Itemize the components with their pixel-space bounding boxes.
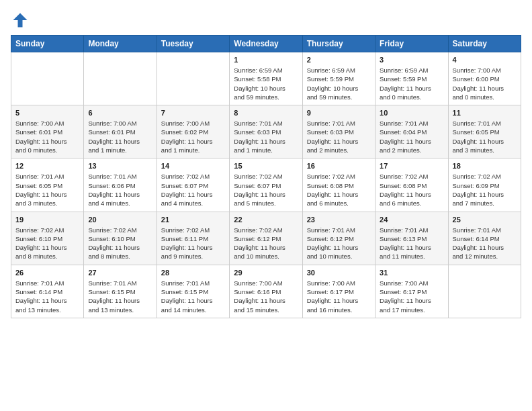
calendar-cell: 12Sunrise: 7:01 AM Sunset: 6:05 PM Dayli… [11, 158, 84, 212]
calendar-week-row: 26Sunrise: 7:01 AM Sunset: 6:14 PM Dayli… [11, 265, 521, 318]
day-info: Sunrise: 7:00 AM Sunset: 6:01 PM Dayligh… [15, 119, 79, 154]
day-info: Sunrise: 6:59 AM Sunset: 5:59 PM Dayligh… [380, 66, 443, 101]
day-number: 6 [88, 109, 152, 117]
calendar-cell: 2Sunrise: 6:59 AM Sunset: 5:59 PM Daylig… [302, 52, 375, 105]
calendar-cell: 1Sunrise: 6:59 AM Sunset: 5:58 PM Daylig… [230, 52, 302, 105]
calendar-week-row: 5Sunrise: 7:00 AM Sunset: 6:01 PM Daylig… [11, 105, 521, 158]
day-info: Sunrise: 7:02 AM Sunset: 6:12 PM Dayligh… [234, 226, 298, 261]
day-number: 31 [380, 269, 443, 277]
day-number: 12 [15, 162, 79, 170]
day-info: Sunrise: 7:00 AM Sunset: 6:01 PM Dayligh… [88, 119, 152, 154]
calendar-cell: 5Sunrise: 7:00 AM Sunset: 6:01 PM Daylig… [11, 105, 84, 158]
svg-marker-0 [13, 13, 28, 28]
day-info: Sunrise: 6:59 AM Sunset: 5:59 PM Dayligh… [307, 66, 371, 101]
day-info: Sunrise: 7:02 AM Sunset: 6:11 PM Dayligh… [161, 226, 225, 261]
calendar-cell: 19Sunrise: 7:02 AM Sunset: 6:10 PM Dayli… [11, 212, 84, 265]
day-of-week-header: Friday [375, 36, 448, 52]
day-number: 11 [453, 109, 517, 117]
day-info: Sunrise: 7:01 AM Sunset: 6:15 PM Dayligh… [161, 279, 225, 314]
calendar-cell: 26Sunrise: 7:01 AM Sunset: 6:14 PM Dayli… [11, 265, 84, 318]
calendar-cell: 17Sunrise: 7:02 AM Sunset: 6:08 PM Dayli… [375, 158, 448, 212]
calendar-cell: 23Sunrise: 7:01 AM Sunset: 6:12 PM Dayli… [302, 212, 375, 265]
logo [11, 11, 32, 30]
calendar-cell: 11Sunrise: 7:01 AM Sunset: 6:05 PM Dayli… [448, 105, 521, 158]
day-info: Sunrise: 7:01 AM Sunset: 6:03 PM Dayligh… [307, 119, 371, 154]
day-number: 9 [307, 109, 371, 117]
calendar-cell [448, 265, 521, 318]
calendar-cell [157, 52, 229, 105]
day-info: Sunrise: 6:59 AM Sunset: 5:58 PM Dayligh… [234, 66, 298, 101]
day-number: 4 [453, 56, 517, 64]
day-of-week-header: Tuesday [157, 36, 229, 52]
day-info: Sunrise: 7:01 AM Sunset: 6:12 PM Dayligh… [307, 226, 371, 261]
calendar-cell: 13Sunrise: 7:01 AM Sunset: 6:06 PM Dayli… [84, 158, 157, 212]
day-number: 1 [234, 56, 298, 64]
day-number: 19 [15, 216, 79, 224]
page-header [11, 11, 521, 30]
day-info: Sunrise: 7:00 AM Sunset: 6:17 PM Dayligh… [380, 279, 443, 314]
day-number: 30 [307, 269, 371, 277]
calendar-cell: 8Sunrise: 7:01 AM Sunset: 6:03 PM Daylig… [230, 105, 302, 158]
day-of-week-header: Thursday [302, 36, 375, 52]
day-number: 29 [234, 269, 298, 277]
calendar-cell: 21Sunrise: 7:02 AM Sunset: 6:11 PM Dayli… [157, 212, 229, 265]
day-number: 24 [380, 216, 443, 224]
calendar-cell: 25Sunrise: 7:01 AM Sunset: 6:14 PM Dayli… [448, 212, 521, 265]
day-info: Sunrise: 7:00 AM Sunset: 6:17 PM Dayligh… [307, 279, 371, 314]
day-info: Sunrise: 7:00 AM Sunset: 6:02 PM Dayligh… [161, 119, 225, 154]
day-info: Sunrise: 7:02 AM Sunset: 6:10 PM Dayligh… [15, 226, 79, 261]
day-number: 2 [307, 56, 371, 64]
logo-icon [11, 11, 30, 30]
day-info: Sunrise: 7:02 AM Sunset: 6:07 PM Dayligh… [234, 172, 298, 208]
calendar-cell: 20Sunrise: 7:02 AM Sunset: 6:10 PM Dayli… [84, 212, 157, 265]
day-info: Sunrise: 7:00 AM Sunset: 6:16 PM Dayligh… [234, 279, 298, 314]
day-number: 3 [380, 56, 443, 64]
calendar-header-row: SundayMondayTuesdayWednesdayThursdayFrid… [11, 36, 521, 52]
day-number: 13 [88, 162, 152, 170]
day-number: 25 [453, 216, 517, 224]
day-number: 15 [234, 162, 298, 170]
day-number: 26 [15, 269, 79, 277]
calendar-week-row: 12Sunrise: 7:01 AM Sunset: 6:05 PM Dayli… [11, 158, 521, 212]
calendar-cell [84, 52, 157, 105]
calendar-cell: 9Sunrise: 7:01 AM Sunset: 6:03 PM Daylig… [302, 105, 375, 158]
day-number: 18 [453, 162, 517, 170]
calendar-cell: 22Sunrise: 7:02 AM Sunset: 6:12 PM Dayli… [230, 212, 302, 265]
calendar-cell: 18Sunrise: 7:02 AM Sunset: 6:09 PM Dayli… [448, 158, 521, 212]
calendar-cell: 7Sunrise: 7:00 AM Sunset: 6:02 PM Daylig… [157, 105, 229, 158]
day-number: 27 [88, 269, 152, 277]
calendar: SundayMondayTuesdayWednesdayThursdayFrid… [11, 35, 521, 318]
day-number: 20 [88, 216, 152, 224]
day-number: 8 [234, 109, 298, 117]
calendar-cell: 28Sunrise: 7:01 AM Sunset: 6:15 PM Dayli… [157, 265, 229, 318]
day-info: Sunrise: 7:01 AM Sunset: 6:13 PM Dayligh… [380, 226, 443, 261]
day-number: 17 [380, 162, 443, 170]
day-number: 7 [161, 109, 225, 117]
calendar-cell: 3Sunrise: 6:59 AM Sunset: 5:59 PM Daylig… [375, 52, 448, 105]
day-info: Sunrise: 7:01 AM Sunset: 6:05 PM Dayligh… [15, 172, 79, 208]
day-number: 5 [15, 109, 79, 117]
calendar-cell: 6Sunrise: 7:00 AM Sunset: 6:01 PM Daylig… [84, 105, 157, 158]
calendar-week-row: 19Sunrise: 7:02 AM Sunset: 6:10 PM Dayli… [11, 212, 521, 265]
day-of-week-header: Wednesday [230, 36, 302, 52]
day-info: Sunrise: 7:01 AM Sunset: 6:03 PM Dayligh… [234, 119, 298, 154]
calendar-week-row: 1Sunrise: 6:59 AM Sunset: 5:58 PM Daylig… [11, 52, 521, 105]
day-of-week-header: Sunday [11, 36, 84, 52]
day-info: Sunrise: 7:02 AM Sunset: 6:08 PM Dayligh… [380, 172, 443, 208]
calendar-cell [11, 52, 84, 105]
day-info: Sunrise: 7:01 AM Sunset: 6:14 PM Dayligh… [15, 279, 79, 314]
day-number: 28 [161, 269, 225, 277]
calendar-cell: 15Sunrise: 7:02 AM Sunset: 6:07 PM Dayli… [230, 158, 302, 212]
day-number: 10 [380, 109, 443, 117]
calendar-cell: 14Sunrise: 7:02 AM Sunset: 6:07 PM Dayli… [157, 158, 229, 212]
day-number: 14 [161, 162, 225, 170]
day-of-week-header: Saturday [448, 36, 521, 52]
day-info: Sunrise: 7:00 AM Sunset: 6:00 PM Dayligh… [453, 66, 517, 101]
day-info: Sunrise: 7:02 AM Sunset: 6:10 PM Dayligh… [88, 226, 152, 261]
calendar-cell: 29Sunrise: 7:00 AM Sunset: 6:16 PM Dayli… [230, 265, 302, 318]
calendar-cell: 27Sunrise: 7:01 AM Sunset: 6:15 PM Dayli… [84, 265, 157, 318]
day-number: 22 [234, 216, 298, 224]
day-number: 21 [161, 216, 225, 224]
day-info: Sunrise: 7:01 AM Sunset: 6:06 PM Dayligh… [88, 172, 152, 208]
day-info: Sunrise: 7:02 AM Sunset: 6:09 PM Dayligh… [453, 172, 517, 208]
